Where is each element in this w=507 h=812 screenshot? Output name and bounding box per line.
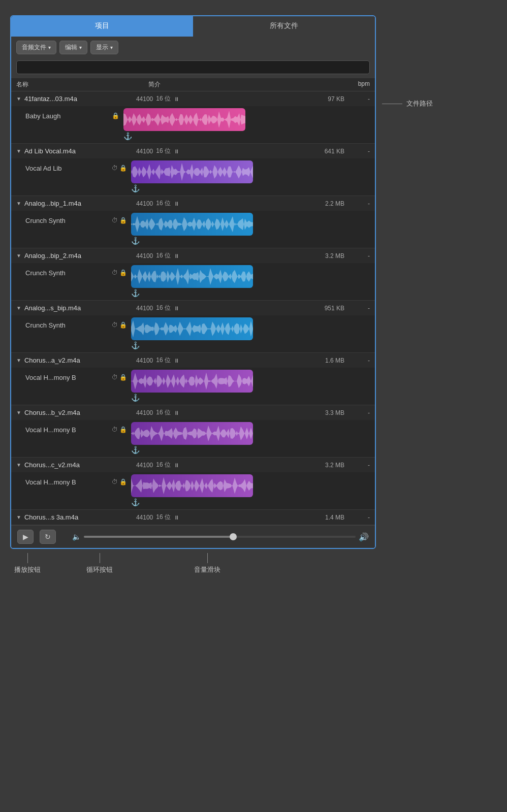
waveform-container: ⚓ (131, 422, 370, 456)
loop-icon: ↻ (45, 533, 51, 541)
volume-slider[interactable] (84, 536, 356, 538)
sample-rate-label: 44100 (136, 305, 153, 312)
lock-icon: 🔒 (119, 321, 127, 329)
waveform-display (131, 213, 253, 236)
table-row[interactable]: ▼Analog...bip_1.m4a4410016 位⏸2.2 MB- (11, 196, 375, 211)
bit-depth-label: 16 位 (156, 356, 171, 365)
expand-arrow-icon: ▼ (16, 462, 21, 468)
file-size-label: 97 KB (328, 95, 344, 103)
file-name-label: Analog...bip_1.m4a (24, 200, 126, 207)
bpm-label: - (344, 514, 370, 521)
play-button-annotation: 播放按钮 (14, 553, 41, 574)
stereo-icon: ⏸ (174, 201, 179, 207)
file-group: ▼Analog...s_bip.m4a4410016 位⏸951 KB-Crun… (11, 301, 375, 353)
clip-icons: ⏱🔒 (112, 317, 127, 329)
file-list: ▼41fantaz...03.m4a4410016 位⏸97 KB-Baby L… (11, 91, 375, 525)
file-meta: 4410016 位⏸2.2 MB (126, 199, 344, 208)
sample-rate-label: 44100 (136, 357, 153, 364)
clock-icon: ⏱ (112, 217, 118, 224)
file-path-annotation: 文件路径 (382, 99, 433, 108)
lock-icon: 🔒 (119, 217, 127, 224)
list-item: Vocal Ad Lib⏱🔒⚓ (11, 158, 375, 196)
annotation-line-volume (207, 553, 208, 563)
file-size-label: 951 KB (325, 305, 344, 312)
waveform-container: ⚓ (131, 213, 370, 247)
edit-button[interactable]: 编辑 ▾ (59, 41, 87, 54)
clip-name-label: Vocal H...mony B (25, 474, 112, 486)
chevron-down-icon: ▾ (110, 45, 113, 50)
table-row[interactable]: ▼41fantaz...03.m4a4410016 位⏸97 KB- (11, 91, 375, 106)
clock-icon: ⏱ (112, 478, 118, 485)
lock-icon: 🔒 (119, 478, 127, 485)
table-row[interactable]: ▼Chorus...b_v2.m4a4410016 位⏸3.3 MB- (11, 405, 375, 420)
table-row[interactable]: ▼Ad Lib Vocal.m4a4410016 位⏸641 KB- (11, 144, 375, 158)
loop-label: 循环按钮 (86, 565, 113, 574)
bpm-label: - (344, 95, 370, 103)
file-meta: 4410016 位⏸97 KB (126, 94, 344, 103)
stereo-icon: ⏸ (174, 358, 179, 364)
clock-icon: ⏱ (112, 321, 118, 329)
bit-depth-label: 16 位 (156, 94, 171, 103)
table-row[interactable]: ▼Analog...bip_2.m4a4410016 位⏸3.2 MB- (11, 248, 375, 263)
bit-depth-label: 16 位 (156, 304, 171, 312)
bpm-label: - (344, 252, 370, 259)
annotation-line (382, 104, 402, 104)
stereo-icon: ⏸ (174, 96, 179, 102)
bit-depth-label: 16 位 (156, 461, 171, 469)
stereo-icon: ⏸ (174, 253, 179, 259)
file-group: ▼Analog...bip_1.m4a4410016 位⏸2.2 MB-Crun… (11, 196, 375, 248)
table-row[interactable]: ▼Chorus...s 3a.m4a4410016 位⏸1.4 MB- (11, 510, 375, 525)
stereo-icon: ⏸ (174, 410, 179, 416)
search-input[interactable] (16, 60, 370, 74)
toolbar: 音频文件 ▾ 编辑 ▾ 显示 ▾ (11, 37, 375, 58)
waveform-container: ⚓ (131, 317, 370, 351)
file-size-label: 1.6 MB (325, 357, 344, 364)
expand-arrow-icon: ▼ (16, 201, 21, 206)
tab-all-files[interactable]: 所有文件 (193, 16, 375, 37)
loop-button-annotation: 循环按钮 (86, 553, 113, 574)
file-meta: 4410016 位⏸3.2 MB (126, 461, 344, 469)
loop-button[interactable]: ↻ (40, 530, 56, 544)
clip-name-label: Vocal H...mony B (25, 422, 112, 434)
annotation-label: 文件路径 (406, 99, 433, 108)
list-item: Crunch Synth⏱🔒⚓ (11, 211, 375, 248)
file-meta: 4410016 位⏸641 KB (126, 147, 344, 155)
clip-icons: ⏱🔒 (112, 422, 127, 433)
lock-icon: 🔒 (119, 165, 127, 172)
sample-rate-label: 44100 (136, 200, 153, 207)
sample-rate-label: 44100 (136, 409, 153, 416)
anchor-icon: ⚓ (131, 498, 140, 506)
file-size-label: 641 KB (325, 148, 344, 155)
expand-arrow-icon: ▼ (16, 514, 21, 520)
col-bpm-header: bpm (344, 80, 370, 89)
file-group: ▼41fantaz...03.m4a4410016 位⏸97 KB-Baby L… (11, 91, 375, 144)
anchor-icon: ⚓ (123, 132, 132, 140)
play-button[interactable]: ▶ (17, 530, 34, 544)
audio-files-button[interactable]: 音频文件 ▾ (16, 41, 56, 54)
clip-name-label: Baby Laugh (25, 108, 112, 120)
file-group: ▼Ad Lib Vocal.m4a4410016 位⏸641 KB-Vocal … (11, 144, 375, 196)
lock-icon: 🔒 (119, 269, 127, 276)
file-size-label: 3.2 MB (325, 252, 344, 259)
file-name-label: Chorus...b_v2.m4a (24, 409, 126, 416)
file-group: ▼Analog...bip_2.m4a4410016 位⏸3.2 MB-Crun… (11, 248, 375, 301)
waveform-container: ⚓ (131, 265, 370, 299)
table-row[interactable]: ▼Chorus...c_v2.m4a4410016 位⏸3.2 MB- (11, 458, 375, 472)
bpm-label: - (344, 305, 370, 312)
file-size-label: 3.2 MB (325, 462, 344, 469)
file-size-label: 2.2 MB (325, 200, 344, 207)
col-desc-header: 简介 (138, 80, 344, 89)
file-group: ▼Chorus...s 3a.m4a4410016 位⏸1.4 MB- (11, 510, 375, 525)
display-button[interactable]: 显示 ▾ (90, 41, 118, 54)
file-group: ▼Chorus...c_v2.m4a4410016 位⏸3.2 MB-Vocal… (11, 458, 375, 510)
media-browser-panel: 项目 所有文件 音频文件 ▾ 编辑 ▾ 显示 ▾ 名称 简介 (10, 15, 376, 549)
transport-bar: ▶ ↻ 🔈 🔊 (11, 525, 375, 548)
table-row[interactable]: ▼Chorus...a_v2.m4a4410016 位⏸1.6 MB- (11, 353, 375, 368)
list-item: Crunch Synth⏱🔒⚓ (11, 315, 375, 352)
tab-project[interactable]: 项目 (11, 16, 193, 37)
clip-name-label: Vocal H...mony B (25, 370, 112, 381)
bit-depth-label: 16 位 (156, 408, 171, 417)
anchor-icon: ⚓ (131, 394, 140, 402)
table-row[interactable]: ▼Analog...s_bip.m4a4410016 位⏸951 KB- (11, 301, 375, 315)
file-size-label: 3.3 MB (325, 409, 344, 416)
